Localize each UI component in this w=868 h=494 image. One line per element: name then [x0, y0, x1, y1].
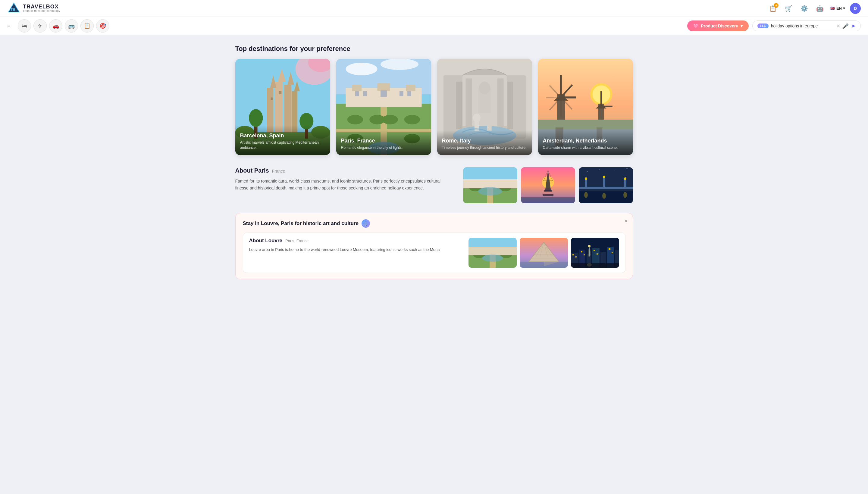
svg-rect-92 — [544, 190, 552, 192]
louvre-about-text: About Louvre Paris, France Louvre area i… — [249, 238, 461, 253]
svg-rect-41 — [355, 91, 359, 96]
user-avatar[interactable]: D — [850, 3, 861, 14]
destination-overlay-amsterdam: Amsterdam, Netherlands Canal-side charm … — [538, 130, 633, 155]
section-title: Top destinations for your preference — [235, 45, 633, 53]
destination-title-paris: Paris, France — [341, 138, 426, 144]
send-button[interactable]: ➤ — [851, 23, 856, 29]
svg-point-148 — [588, 248, 591, 257]
nav-tab-explore[interactable]: 🎯 — [96, 19, 109, 33]
louvre-card-close-button[interactable]: × — [625, 218, 628, 224]
destination-overlay-barcelona: Barcelona, Spain Artistic marvels amidst… — [235, 125, 330, 155]
svg-rect-51 — [497, 79, 504, 129]
louvre-image-3[interactable] — [571, 238, 619, 268]
heart-icon: 🩷 — [693, 23, 698, 28]
svg-rect-87 — [463, 179, 517, 188]
svg-rect-17 — [270, 98, 272, 100]
svg-point-150 — [587, 263, 592, 267]
svg-point-105 — [584, 192, 588, 198]
product-discovery-label: Product Discovery — [701, 23, 738, 28]
chevron-down-icon: ▾ — [740, 23, 743, 28]
about-images — [463, 167, 633, 203]
louvre-img-3 — [571, 238, 619, 268]
eiffel-img — [521, 167, 575, 203]
svg-rect-141 — [584, 254, 585, 255]
louvre-card: Stay in Louvre, Paris for historic art a… — [235, 213, 633, 279]
svg-point-102 — [585, 177, 587, 180]
louvre-image-2[interactable] — [520, 238, 568, 268]
logo-icon: TB — [7, 2, 20, 15]
about-image-eiffel[interactable] — [521, 167, 575, 203]
cart-button[interactable]: 🛒 — [784, 3, 794, 14]
language-selector[interactable]: 🇬🇧 EN ▾ — [830, 6, 845, 11]
svg-rect-38 — [352, 85, 361, 91]
nav-tab-car[interactable]: 🚗 — [49, 19, 62, 33]
anchor-icon: ⚓ — [363, 221, 368, 226]
svg-point-33 — [404, 115, 420, 125]
nav-tab-hotel[interactable]: 🛏 — [18, 19, 31, 33]
nav-tab-flight[interactable]: ✈ — [34, 19, 47, 33]
nav-tab-activities[interactable]: 📋 — [80, 19, 94, 33]
product-discovery-button[interactable]: 🩷 Product Discovery ▾ — [687, 20, 749, 31]
svg-rect-100 — [603, 178, 605, 188]
svg-rect-52 — [507, 82, 513, 129]
destinations-grid: Barcelona, Spain Artistic marvels amidst… — [235, 59, 633, 155]
versailles-img — [463, 167, 517, 203]
main-content: Top destinations for your preference — [223, 35, 645, 289]
svg-rect-117 — [469, 247, 517, 255]
louvre-icon-badge: ⚓ — [361, 219, 370, 228]
topbar: TB TRAVELBOX brighter thinking technolog… — [0, 0, 868, 17]
settings-button[interactable]: ⚙️ — [799, 3, 810, 14]
logo[interactable]: TB TRAVELBOX brighter thinking technolog… — [7, 2, 60, 15]
louvre-title-row: About Louvre Paris, France — [249, 238, 461, 244]
svg-point-104 — [624, 177, 626, 180]
louvre-img-1 — [469, 238, 517, 268]
svg-rect-143 — [597, 253, 598, 255]
destination-card-barcelona[interactable]: Barcelona, Spain Artistic marvels amidst… — [235, 59, 330, 155]
svg-point-103 — [603, 176, 605, 178]
svg-point-108 — [587, 171, 588, 172]
svg-rect-39 — [406, 85, 415, 91]
topbar-actions: 📋 4 🛒 ⚙️ 🤖 🇬🇧 EN ▾ D — [768, 3, 861, 14]
chevron-down-icon: ▾ — [843, 6, 845, 11]
notifications-button[interactable]: 📋 4 — [768, 3, 778, 14]
svg-point-109 — [600, 169, 600, 170]
destination-card-amsterdam[interactable]: Amsterdam, Netherlands Canal-side charm … — [538, 59, 633, 155]
svg-rect-40 — [377, 83, 390, 91]
about-image-bridge[interactable] — [579, 167, 633, 203]
about-description: Famed for its romantic aura, world-class… — [235, 178, 451, 192]
svg-rect-140 — [581, 251, 582, 252]
about-paris-text: About Paris France Famed for its romanti… — [235, 167, 451, 192]
svg-point-30 — [347, 115, 363, 125]
svg-rect-142 — [593, 250, 595, 251]
clear-search-button[interactable]: ✕ — [836, 23, 840, 29]
svg-rect-144 — [609, 248, 610, 250]
svg-rect-138 — [572, 254, 574, 255]
svg-point-147 — [588, 245, 590, 247]
search-bar: LIA ✕ 🎤 ➤ — [752, 20, 861, 31]
svg-point-54 — [479, 82, 490, 94]
svg-rect-93 — [543, 194, 553, 196]
app-tagline: brighter thinking technology — [23, 10, 60, 13]
louvre-card-title: Stay in Louvre, Paris for historic art a… — [243, 221, 359, 227]
destination-card-paris[interactable]: Paris, France Romantic elegance in the c… — [336, 59, 431, 155]
destination-overlay-paris: Paris, France Romantic elegance in the c… — [336, 130, 431, 155]
svg-point-20 — [249, 109, 263, 127]
ai-button[interactable]: 🤖 — [815, 3, 826, 14]
microphone-button[interactable]: 🎤 — [843, 23, 849, 29]
svg-point-107 — [623, 192, 627, 198]
svg-rect-50 — [466, 79, 472, 129]
nav-tab-bus[interactable]: 🚌 — [65, 19, 78, 33]
svg-point-32 — [382, 115, 398, 125]
about-image-versailles[interactable] — [463, 167, 517, 203]
svg-point-110 — [615, 170, 615, 171]
menu-icon[interactable]: ≡ — [7, 23, 11, 29]
svg-rect-79 — [538, 119, 633, 129]
louvre-description: Louvre area in Paris is home to the worl… — [249, 247, 461, 253]
search-input[interactable] — [771, 23, 834, 28]
navbar: ≡ 🛏 ✈ 🚗 🚌 📋 🎯 🩷 Product Discovery ▾ LIA … — [0, 17, 868, 35]
louvre-card-header: Stay in Louvre, Paris for historic art a… — [243, 219, 625, 228]
svg-rect-101 — [624, 179, 626, 188]
svg-rect-10 — [275, 82, 283, 132]
destination-card-rome[interactable]: Rome, Italy Timeless journey through anc… — [437, 59, 532, 155]
louvre-image-1[interactable] — [469, 238, 517, 268]
